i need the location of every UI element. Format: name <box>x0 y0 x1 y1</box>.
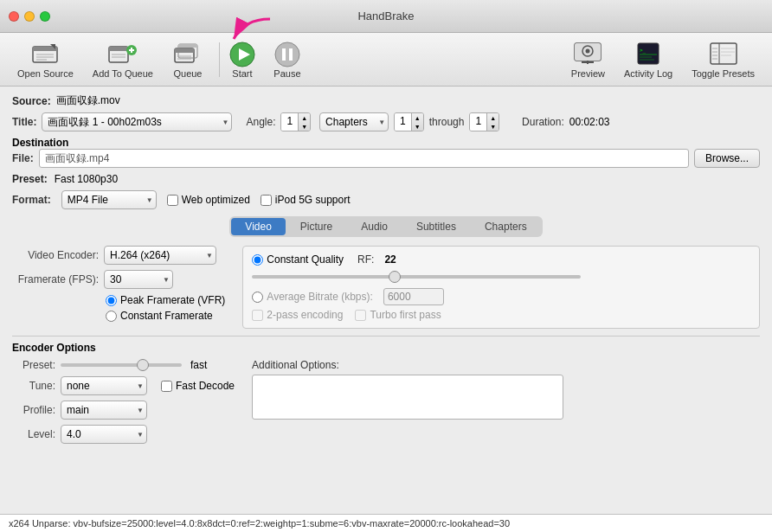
close-button[interactable] <box>9 11 19 22</box>
chapter-start-increment[interactable]: ▲ <box>412 113 423 122</box>
x264-text: x264 Unparse: vbv-bufsize=25000:level=4.… <box>9 518 510 529</box>
main-content: Source: 画面収録.mov Title: 画面収録 1 - 00h02m0… <box>0 87 772 454</box>
additional-options-textarea[interactable] <box>252 375 563 420</box>
additional-options-label: Additional Options: <box>252 359 339 371</box>
encoder-label: Video Encoder: <box>12 249 99 261</box>
tab-subtitles[interactable]: Subtitles <box>402 218 470 235</box>
additional-options-label-row: Additional Options: <box>252 359 760 371</box>
toolbar-separator-1 <box>219 42 220 77</box>
maximize-button[interactable] <box>40 11 50 22</box>
tune-row: Tune: none Fast Decode <box>12 376 235 395</box>
toggle-presets-button[interactable]: Toggle Presets <box>683 36 763 82</box>
quality-row: Constant Quality RF: 22 <box>252 253 750 266</box>
svg-point-28 <box>586 49 590 54</box>
framerate-row: Framerate (FPS): 30 <box>12 270 225 289</box>
framerate-select-wrapper: 30 <box>104 270 173 289</box>
two-pass-label[interactable]: 2-pass encoding <box>252 309 343 321</box>
chapter-start-decrement[interactable]: ▼ <box>412 122 423 131</box>
web-optimized-checkbox[interactable] <box>167 195 178 206</box>
encoder-select[interactable]: H.264 (x264) <box>104 246 216 265</box>
profile-row: Profile: main <box>12 401 235 420</box>
chapter-start-stepper[interactable]: 1 ▲ ▼ <box>394 112 424 131</box>
quality-slider[interactable] <box>252 275 581 279</box>
preview-button[interactable]: Preview <box>563 36 614 82</box>
quality-slider-row <box>252 269 750 281</box>
enc-preset-value: fast <box>190 359 207 371</box>
duration-label: Duration: <box>522 116 564 128</box>
chapter-end-stepper[interactable]: 1 ▲ ▼ <box>469 112 499 131</box>
encoder-options-left: Preset: fast Tune: none Fast Decode <box>12 359 235 449</box>
browse-button[interactable]: Browse... <box>694 149 760 168</box>
minimize-button[interactable] <box>24 11 35 22</box>
tab-video[interactable]: Video <box>231 218 285 235</box>
preview-label: Preview <box>571 68 605 79</box>
peak-label: Peak Framerate (VFR) <box>120 294 225 306</box>
encoder-options-title: Encoder Options <box>12 342 760 354</box>
open-source-button[interactable]: Open Source <box>9 36 82 82</box>
ipod-checkbox-label[interactable]: iPod 5G support <box>261 194 351 206</box>
angle-decrement[interactable]: ▼ <box>299 122 310 131</box>
start-pause-group: Start Pause <box>227 41 303 79</box>
peak-framerate-label[interactable]: Peak Framerate (VFR) <box>106 294 225 306</box>
peak-framerate-radio[interactable] <box>106 295 117 306</box>
angle-increment[interactable]: ▲ <box>299 113 310 122</box>
activity-log-icon: >_ <box>633 40 664 67</box>
tab-picture[interactable]: Picture <box>286 218 346 235</box>
svg-point-22 <box>275 42 299 67</box>
activity-log-button[interactable]: >_ Activity Log <box>615 36 681 82</box>
avg-bitrate-radio[interactable] <box>252 292 263 303</box>
fast-decode-checkbox[interactable] <box>161 381 172 392</box>
start-button[interactable]: Start <box>227 41 258 79</box>
constant-quality-label-row[interactable]: Constant Quality <box>252 253 344 266</box>
preset-value: Fast 1080p30 <box>55 173 118 185</box>
pause-button[interactable]: Pause <box>272 41 303 79</box>
svg-rect-7 <box>109 47 128 51</box>
format-row: Format: MP4 File Web optimized iPod 5G s… <box>12 190 760 209</box>
chapter-end-increment[interactable]: ▲ <box>487 113 499 122</box>
rf-value: 22 <box>384 253 396 266</box>
add-to-queue-button[interactable]: Add To Queue <box>84 36 162 82</box>
queue-label: Queue <box>173 68 202 79</box>
encoder-preset-row: Preset: fast <box>12 359 235 371</box>
app-title: HandBrake <box>357 10 414 22</box>
pink-arrow-icon <box>218 15 287 45</box>
title-label: Title: <box>12 116 36 128</box>
encoder-select-wrapper: H.264 (x264) <box>104 246 216 265</box>
queue-button[interactable]: Queue <box>164 36 212 82</box>
profile-select[interactable]: main <box>61 401 147 420</box>
ipod-checkbox[interactable] <box>261 195 272 206</box>
turbo-label[interactable]: Turbo first pass <box>355 309 441 321</box>
tab-chapters[interactable]: Chapters <box>471 218 541 235</box>
profile-select-wrapper: main <box>61 401 147 420</box>
title-row: Title: 画面収録 1 - 00h02m03s Angle: 1 ▲ ▼ C… <box>12 112 760 131</box>
svg-rect-16 <box>178 44 197 48</box>
chapters-select[interactable]: Chapters <box>319 112 389 131</box>
format-select[interactable]: MP4 File <box>61 190 157 209</box>
enc-preset-slider[interactable] <box>61 363 182 367</box>
format-select-wrapper: MP4 File <box>61 190 157 209</box>
constant-framerate-label[interactable]: Constant Framerate <box>106 310 225 322</box>
constant-quality-radio[interactable] <box>252 254 263 266</box>
tab-audio[interactable]: Audio <box>347 218 402 235</box>
chapter-end-decrement[interactable]: ▼ <box>487 122 499 131</box>
framerate-select[interactable]: 30 <box>104 270 173 289</box>
angle-stepper[interactable]: 1 ▲ ▼ <box>280 112 311 131</box>
toolbar: Open Source Add To Queue <box>0 33 772 87</box>
web-optimized-checkbox-label[interactable]: Web optimized <box>167 194 250 206</box>
add-to-queue-icon <box>107 40 138 67</box>
svg-rect-36 <box>711 43 737 64</box>
preset-row: Preset: Fast 1080p30 <box>12 173 760 185</box>
tune-label: Tune: <box>12 380 55 392</box>
title-select[interactable]: 画面収録 1 - 00h02m03s <box>42 112 232 131</box>
level-select[interactable]: 4.0 <box>61 425 147 444</box>
profile-label: Profile: <box>12 404 55 416</box>
chapters-select-wrapper: Chapters <box>319 112 389 131</box>
web-optimized-label: Web optimized <box>182 194 250 206</box>
fast-decode-label[interactable]: Fast Decode <box>161 380 235 392</box>
avg-bitrate-input[interactable] <box>383 288 444 305</box>
file-path-input[interactable] <box>39 149 689 168</box>
avg-bitrate-label-row[interactable]: Average Bitrate (kbps): <box>252 291 373 303</box>
constant-framerate-radio[interactable] <box>106 311 117 322</box>
rf-label: RF: <box>357 253 374 266</box>
tune-select[interactable]: none <box>61 376 147 395</box>
